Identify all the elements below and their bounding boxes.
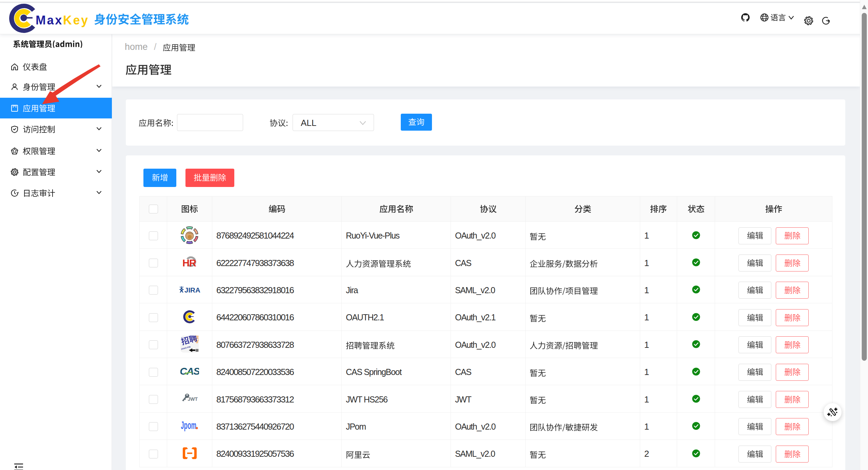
svg-text:Jpom: Jpom — [181, 419, 196, 431]
svg-text:HR: HR — [183, 258, 196, 268]
svg-text:CAS: CAS — [180, 366, 199, 377]
svg-text:JIRA: JIRA — [184, 286, 200, 293]
svg-text:JWT: JWT — [188, 396, 198, 401]
